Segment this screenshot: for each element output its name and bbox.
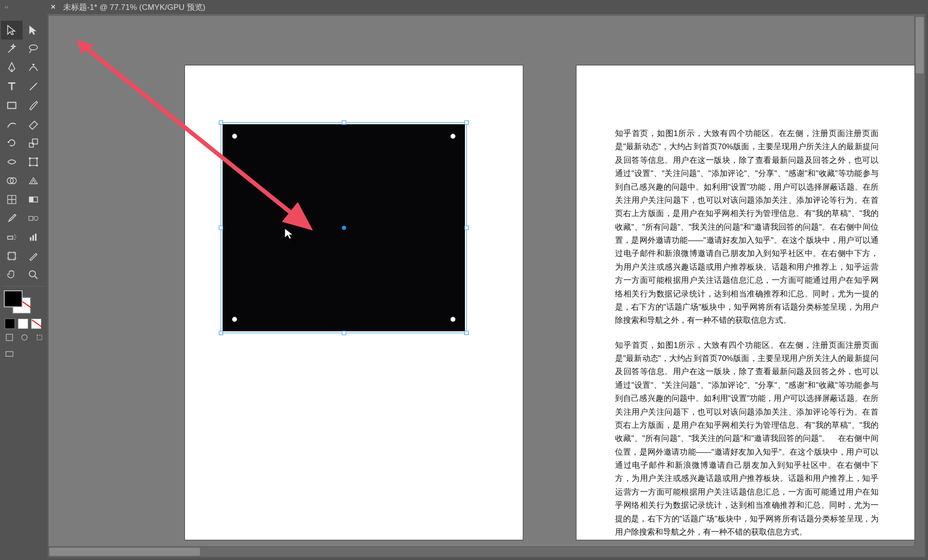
svg-point-20 <box>16 237 16 238</box>
line-segment-tool[interactable] <box>23 77 44 96</box>
paragraph-2: 知乎首页，如图1所示，大致有四个功能区。在左侧，注册页面注册页面是"最新动态"，… <box>615 338 879 539</box>
draw-mode-normal-icon[interactable] <box>4 332 15 343</box>
svg-point-17 <box>34 216 38 221</box>
svg-point-26 <box>29 271 35 277</box>
document-tab-bar: ‹‹ × 未标题-1* @ 77.71% (CMYK/GPU 预览) <box>0 0 928 14</box>
svg-rect-4 <box>29 143 33 147</box>
none-mode-swatch[interactable] <box>31 319 41 329</box>
width-tool[interactable] <box>1 152 23 171</box>
svg-point-7 <box>29 157 31 159</box>
svg-rect-23 <box>32 235 34 241</box>
gradient-tool[interactable] <box>23 190 44 209</box>
rotate-tool[interactable] <box>1 134 23 152</box>
horizontal-scrollbar[interactable] <box>48 546 914 557</box>
document-title[interactable]: 未标题-1* @ 77.71% (CMYK/GPU 预览) <box>63 2 206 13</box>
magic-wand-tool[interactable] <box>1 40 23 58</box>
svg-rect-6 <box>30 158 37 165</box>
blend-tool[interactable] <box>23 209 44 228</box>
gradient-mode-swatch[interactable] <box>18 319 28 329</box>
svg-point-0 <box>29 45 37 50</box>
corner-widget-icon[interactable] <box>450 134 456 139</box>
pen-tool[interactable] <box>1 58 23 77</box>
symbol-sprayer-tool[interactable] <box>1 228 23 247</box>
vertical-scrollbar[interactable] <box>914 16 925 546</box>
scroll-thumb[interactable] <box>916 17 924 73</box>
scroll-thumb[interactable] <box>49 548 200 556</box>
eraser-tool[interactable] <box>23 115 44 134</box>
corner-widget-icon[interactable] <box>232 134 237 139</box>
corner-widget-icon[interactable] <box>450 317 456 322</box>
svg-point-10 <box>36 164 38 166</box>
tools-panel <box>0 19 47 365</box>
svg-line-27 <box>35 276 37 279</box>
scroll-corner <box>914 546 925 557</box>
svg-rect-24 <box>35 233 36 240</box>
fill-swatch[interactable] <box>4 290 23 307</box>
svg-rect-18 <box>8 236 13 240</box>
direct-selection-tool[interactable] <box>23 21 44 40</box>
svg-rect-28 <box>6 334 12 340</box>
mesh-tool[interactable] <box>1 190 23 209</box>
svg-line-2 <box>30 83 37 90</box>
color-mode-swatch[interactable] <box>5 319 15 329</box>
svg-point-19 <box>14 235 15 236</box>
svg-point-8 <box>36 157 38 159</box>
black-rectangle-object[interactable] <box>223 124 465 331</box>
hand-tool[interactable] <box>1 265 23 284</box>
panel-collapse-icon[interactable]: ‹‹ <box>5 4 8 10</box>
perspective-grid-tool[interactable] <box>23 171 44 190</box>
corner-widget-icon[interactable] <box>232 317 237 322</box>
rectangle-tool[interactable] <box>1 96 23 115</box>
toolbar-divider <box>3 286 44 287</box>
column-graph-tool[interactable] <box>23 228 44 247</box>
scale-tool[interactable] <box>23 134 44 152</box>
lasso-tool[interactable] <box>23 40 44 58</box>
svg-rect-30 <box>37 335 42 340</box>
zoom-tool[interactable] <box>23 265 44 284</box>
selection-tool[interactable] <box>1 21 23 40</box>
svg-rect-22 <box>30 237 31 241</box>
canvas-viewport[interactable]: 知乎首页，如图1所示，大致有四个功能区。在左侧，注册页面注册页面是"最新动态"，… <box>47 14 926 558</box>
svg-rect-31 <box>6 352 13 356</box>
free-transform-tool[interactable] <box>23 152 44 171</box>
paragraph-1: 知乎首页，如图1所示，大致有四个功能区。在左侧，注册页面注册页面是"最新动态"，… <box>615 127 879 327</box>
svg-point-21 <box>14 239 15 240</box>
shape-builder-tool[interactable] <box>1 171 23 190</box>
eyedropper-tool[interactable] <box>1 209 23 228</box>
close-tab-button[interactable]: × <box>51 2 56 12</box>
svg-rect-3 <box>8 103 16 109</box>
svg-point-29 <box>22 335 27 340</box>
svg-point-9 <box>29 164 31 166</box>
screen-mode-icon[interactable] <box>4 349 15 360</box>
fill-stroke-indicator[interactable] <box>1 288 44 316</box>
shaper-tool[interactable] <box>1 115 23 134</box>
paintbrush-tool[interactable] <box>23 96 44 115</box>
svg-rect-16 <box>29 216 33 221</box>
svg-rect-25 <box>8 252 15 259</box>
slice-tool[interactable] <box>23 247 44 265</box>
artboard-2[interactable]: 知乎首页，如图1所示，大致有四个功能区。在左侧，注册页面注册页面是"最新动态"，… <box>576 65 914 540</box>
type-tool[interactable] <box>1 77 23 96</box>
artboard-tool[interactable] <box>1 247 23 265</box>
draw-mode-inside-icon[interactable] <box>34 332 45 343</box>
draw-mode-behind-icon[interactable] <box>19 332 30 343</box>
curvature-tool[interactable] <box>23 58 44 77</box>
svg-point-1 <box>32 64 34 65</box>
text-frame[interactable]: 知乎首页，如图1所示，大致有四个功能区。在左侧，注册页面注册页面是"最新动态"，… <box>615 127 879 550</box>
svg-rect-15 <box>29 197 33 202</box>
